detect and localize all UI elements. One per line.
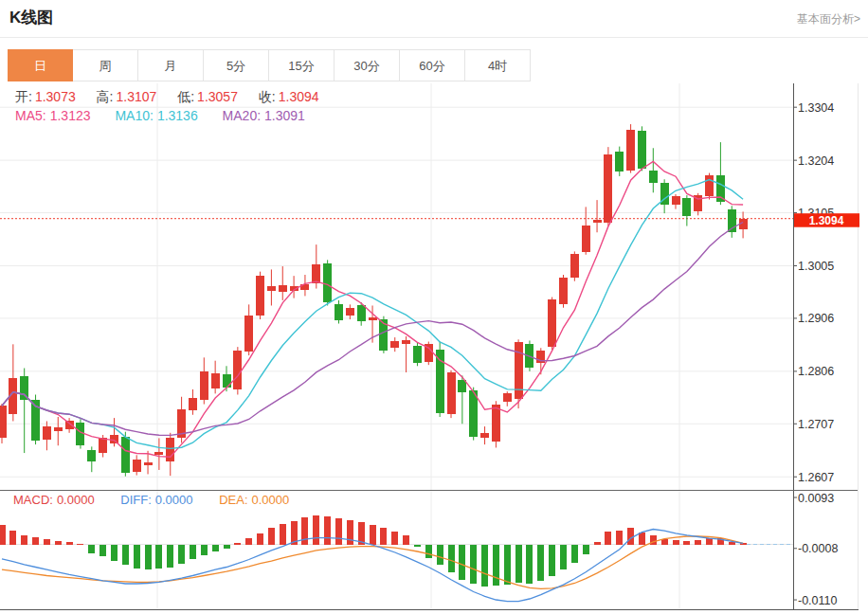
- macd-bar: [459, 545, 465, 580]
- kline-page: K线图 基本面分析> 日周月5分15分30分60分4时 开:1.3073 高:1…: [0, 0, 868, 614]
- candle-body: [402, 340, 410, 344]
- candle-body: [705, 175, 714, 195]
- close-value: 1.3094: [279, 89, 319, 104]
- candle-body: [626, 130, 635, 171]
- ma5-label: MA5:: [15, 108, 46, 123]
- macd-bar: [639, 533, 645, 544]
- low-label: 低:: [177, 89, 194, 104]
- period-tabbar: 日周月5分15分30分60分4时: [8, 49, 531, 81]
- header-divider: [0, 37, 868, 38]
- macd-bar: [627, 528, 634, 544]
- axis-label: 0.0093: [798, 492, 834, 505]
- candle-body: [346, 308, 354, 316]
- macd-bar: [122, 545, 129, 565]
- macd-bar: [77, 544, 83, 545]
- macd-bar: [257, 533, 263, 545]
- macd-bar: [583, 545, 589, 555]
- chart-area: 开:1.3073 高:1.3107 低:1.3057 收:1.3094 MA5:…: [0, 83, 868, 614]
- tab-period-5[interactable]: 30分: [335, 49, 400, 81]
- kline-chart-svg[interactable]: 1.33041.32041.31051.30051.29061.28061.27…: [0, 83, 868, 614]
- candle-body: [357, 305, 366, 321]
- macd-bar: [537, 545, 544, 582]
- candle-body: [43, 426, 51, 439]
- ohlc-readout: 开:1.3073 高:1.3107 低:1.3057 收:1.3094: [15, 89, 336, 106]
- macd-bar: [616, 531, 623, 544]
- axis-label: -0.0110: [798, 594, 838, 607]
- candle-body: [335, 304, 343, 319]
- tab-period-7[interactable]: 4时: [465, 49, 531, 81]
- macd-bar: [470, 545, 477, 585]
- ma-readout: MA5:1.3123 MA10:1.3136 MA20:1.3091: [15, 108, 309, 123]
- axis-label: 1.3304: [798, 101, 834, 115]
- open-value: 1.3073: [35, 89, 76, 104]
- candle-body: [154, 452, 163, 455]
- macd-bar: [155, 545, 162, 569]
- axis-label: -0.0008: [798, 542, 838, 555]
- macd-bar: [280, 524, 286, 545]
- candle-body: [166, 438, 174, 461]
- candle-body: [716, 175, 725, 202]
- macd-bar: [437, 545, 443, 565]
- tab-period-1[interactable]: 周: [73, 49, 138, 81]
- macd-label: MACD:: [13, 493, 53, 507]
- tab-period-3[interactable]: 5分: [204, 49, 269, 81]
- candle-body: [638, 131, 646, 169]
- macd-bar: [212, 545, 219, 552]
- axis-label: 1.3005: [798, 260, 834, 273]
- macd-bar: [99, 545, 106, 557]
- candle-body: [615, 152, 624, 172]
- candle-body: [99, 438, 107, 453]
- macd-bar: [673, 540, 679, 544]
- candle-body: [244, 316, 253, 352]
- open-label: 开:: [15, 89, 32, 104]
- tab-period-2[interactable]: 月: [138, 49, 204, 81]
- tab-period-6[interactable]: 60分: [400, 49, 465, 81]
- macd-bar: [414, 545, 421, 548]
- candle-body: [233, 351, 242, 389]
- candle-body: [200, 371, 208, 400]
- candle-body: [211, 373, 220, 389]
- macd-bar: [560, 545, 567, 570]
- candle-body: [413, 346, 422, 363]
- candle-body: [312, 264, 320, 283]
- macd-bar: [425, 545, 432, 558]
- ma20-value: 1.3091: [264, 108, 305, 123]
- macd-bar: [111, 545, 118, 562]
- candle-body: [121, 437, 130, 472]
- current-price-tag-label: 1.3094: [809, 214, 844, 227]
- close-label: 收:: [259, 89, 276, 104]
- macd-bar: [167, 545, 173, 568]
- high-value: 1.3107: [117, 89, 157, 104]
- dea-label: DEA:: [219, 493, 247, 507]
- candle-body: [672, 196, 680, 204]
- macd-bar: [313, 515, 319, 544]
- macd-bar: [594, 542, 601, 544]
- axis-label: 1.3204: [798, 154, 834, 168]
- macd-bar: [324, 516, 331, 544]
- ma10-label: MA10:: [115, 108, 153, 123]
- ma20-label: MA20:: [223, 108, 261, 123]
- macd-bar: [380, 528, 387, 544]
- candle-body: [189, 398, 197, 409]
- candle-body: [256, 276, 264, 316]
- candle-body: [369, 317, 377, 320]
- macd-bar: [134, 545, 140, 569]
- tab-period-4[interactable]: 15分: [269, 49, 335, 81]
- tab-period-0[interactable]: 日: [8, 49, 73, 81]
- macd-bar: [695, 540, 701, 545]
- candle-body: [0, 406, 7, 438]
- candle-body: [492, 405, 500, 442]
- macd-bar: [481, 545, 488, 587]
- candle-body: [267, 286, 276, 291]
- macd-bar: [683, 541, 690, 545]
- macd-value: 0.0000: [57, 493, 95, 507]
- axis-label: 1.2707: [798, 418, 834, 431]
- diff-value: 0.0000: [155, 493, 193, 507]
- axis-label: 1.2906: [798, 312, 834, 325]
- high-label: 高:: [97, 89, 114, 104]
- fundamental-analysis-link[interactable]: 基本面分析>: [797, 11, 860, 27]
- macd-bar: [605, 532, 611, 544]
- macd-bar: [178, 545, 185, 565]
- candle-body: [323, 263, 332, 301]
- macd-bar: [448, 545, 455, 573]
